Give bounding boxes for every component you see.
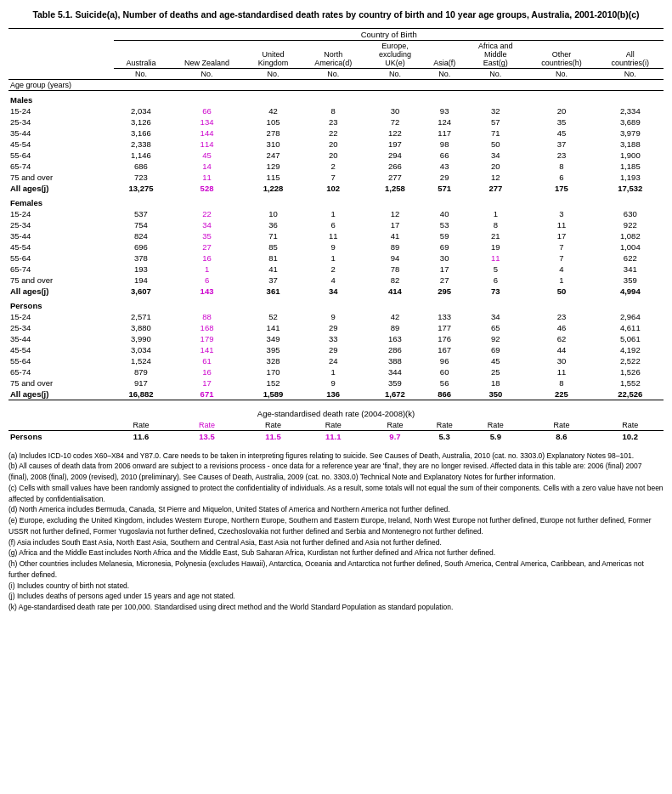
table-row: 45-54 2,338 114 310 20 197 98 50 37 3,18… [8, 139, 664, 150]
persons-section-header: Persons [8, 297, 664, 311]
table-row: 75 and over 194 6 37 4 82 27 6 1 359 [8, 275, 664, 286]
table-row: 55-64 1,146 45 247 20 294 66 34 23 1,900 [8, 150, 664, 161]
footnote-i: (i) Includes country of birth not stated… [8, 581, 664, 592]
table-title: Table 5.1. Suicide(a), Number of deaths … [8, 9, 664, 21]
table-row: 25-34 754 34 36 6 17 53 8 11 922 [8, 219, 664, 230]
males-label: Males [8, 90, 664, 105]
sub-no-2: No. [167, 68, 246, 79]
age-group-label: Age group (years) [8, 79, 114, 90]
footnote-b: (b) All causes of death data from 2006 o… [8, 461, 664, 483]
table-row: 25-34 3,126 134 105 23 72 124 57 35 3,68… [8, 116, 664, 128]
col-australia: Australia [114, 40, 167, 68]
footnote-f: (f) Asia includes South East Asia, North… [8, 537, 664, 548]
sub-no-4: No. [300, 68, 366, 79]
table-row: 55-64 378 16 81 1 94 30 11 7 622 [8, 252, 664, 264]
footnote-d: (d) North America includes Bermuda, Cana… [8, 504, 664, 515]
country-of-birth-header: Country of Birth [114, 28, 664, 40]
col-africa: Africa andMiddleEast(g) [465, 40, 526, 68]
age-std-label: Age-standardised death rate (2004-2008)(… [8, 400, 664, 420]
age-std-header-row: Age-standardised death rate (2004-2008)(… [8, 400, 664, 420]
footnotes-section: (a) Includes ICD-10 codes X60–X84 and Y8… [8, 451, 664, 613]
sub-no-7: No. [465, 68, 526, 79]
table-row: 15-24 537 22 10 1 12 40 1 3 630 [8, 208, 664, 219]
age-std-sub-header: Rate Rate Rate Rate Rate Rate Rate Rate … [8, 420, 664, 431]
col-europe: Europe,excludingUK(e) [366, 40, 424, 68]
footnote-c: (c) Cells with small values have been ra… [8, 483, 664, 505]
sub-no-6: No. [424, 68, 465, 79]
females-label: Females [8, 194, 664, 208]
table-row: 35-44 3,990 179 349 33 163 176 92 62 5,0… [8, 333, 664, 344]
col-north-america: NorthAmerica(d) [300, 40, 366, 68]
females-all-ages-row: All ages(j) 3,607 143 361 34 414 295 73 … [8, 286, 664, 297]
table-row: 15-24 2,571 88 52 9 42 133 34 23 2,964 [8, 311, 664, 322]
table-row: 65-74 686 14 129 2 266 43 20 8 1,185 [8, 161, 664, 172]
persons-all-ages-row: All ages(j) 16,882 671 1,589 136 1,672 8… [8, 388, 664, 400]
persons-rate-row: Persons 11.6 13.5 11.5 11.1 9.7 5.3 5.9 … [8, 430, 664, 442]
footnote-g: (g) Africa and the Middle East includes … [8, 547, 664, 559]
col-all: Allcountries(i) [597, 40, 664, 68]
sub-no-9: No. [597, 68, 664, 79]
col-new-zealand: New Zealand [167, 40, 246, 68]
sub-no-1: No. [114, 68, 167, 79]
table-row: 65-74 193 1 41 2 78 17 5 4 341 [8, 264, 664, 275]
table-row: 15-24 2,034 66 42 8 30 93 32 20 2,334 [8, 105, 664, 116]
females-section-header: Females [8, 194, 664, 208]
table-row: 75 and over 917 17 152 9 359 56 18 8 1,5… [8, 377, 664, 388]
persons-label: Persons [8, 297, 664, 311]
sub-no-5: No. [366, 68, 424, 79]
age-15-24-males: 15-24 [8, 105, 114, 116]
table-row: 45-54 3,034 141 395 29 286 167 69 44 4,1… [8, 344, 664, 355]
table-row: 35-44 824 35 71 11 41 59 21 17 1,082 [8, 230, 664, 241]
males-all-ages-row: All ages(j) 13,275 528 1,228 102 1,258 5… [8, 183, 664, 194]
sub-no-8: No. [526, 68, 596, 79]
footnote-j: (j) Includes deaths of persons aged unde… [8, 591, 664, 602]
footnote-e: (e) Europe, excluding the United Kingdom… [8, 515, 664, 537]
col-uk: UnitedKingdom [246, 40, 301, 68]
sub-no-3: No. [246, 68, 301, 79]
col-other: Othercountries(h) [526, 40, 596, 68]
footnote-h: (h) Other countries includes Melanesia, … [8, 559, 664, 581]
males-section-header: Males [8, 90, 664, 105]
table-row: 35-44 3,166 144 278 22 122 117 71 45 3,9… [8, 128, 664, 139]
table-row: 25-34 3,880 168 141 29 89 177 65 46 4,61… [8, 322, 664, 333]
footnote-k: (k) Age-standardised death rate per 100,… [8, 602, 664, 613]
table-row: 75 and over 723 11 115 7 277 29 12 6 1,1… [8, 172, 664, 183]
table-row: 55-64 1,524 61 328 24 388 96 45 30 2,522 [8, 355, 664, 366]
table-row: 65-74 879 16 170 1 344 60 25 11 1,526 [8, 366, 664, 377]
footnote-a: (a) Includes ICD-10 codes X60–X84 and Y8… [8, 451, 664, 462]
age-group-col-header [8, 28, 114, 79]
persons-rate-label: Persons [8, 430, 114, 442]
table-row: 45-54 696 27 85 9 89 69 19 7 1,004 [8, 241, 664, 252]
col-asia: Asia(f) [424, 40, 465, 68]
